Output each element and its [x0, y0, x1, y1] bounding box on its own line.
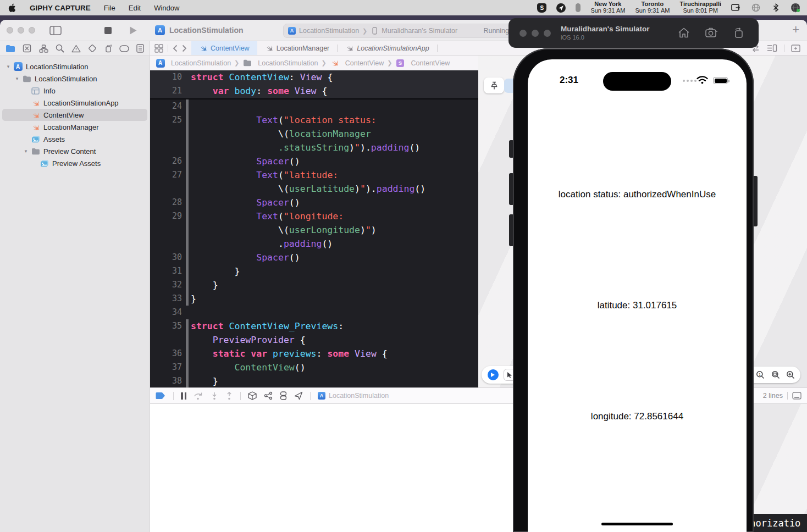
simulator-device[interactable]: 2:31 location status: authorizedWhenInUs… [509, 48, 758, 532]
preview-pin-button[interactable] [484, 77, 504, 93]
sidebar-item-locationstimulation[interactable]: ▾ALocationStimulation [0, 60, 150, 73]
simulate-location-icon[interactable] [294, 391, 303, 400]
test-navigator-icon[interactable] [88, 44, 97, 53]
preview-live-button[interactable] [488, 369, 499, 380]
bottom-bar-toggle-icon[interactable] [792, 392, 802, 400]
world-clock-tiruchirappalli[interactable]: Tiruchirappalli Sun 8:01 PM [679, 1, 721, 14]
sidebar-item-contentview[interactable]: ContentView [0, 109, 150, 121]
disclosure-chevron-icon[interactable]: ▾ [5, 64, 11, 69]
code-line-wrap[interactable]: PreviewProvider { [150, 333, 478, 347]
sidebar-item-locationstimulationapp[interactable]: LocationStimulationApp [0, 97, 150, 109]
menu-edit[interactable]: Edit [129, 4, 141, 12]
code-line-wrap[interactable]: \(userLongitude)") [150, 223, 478, 237]
pause-icon[interactable] [181, 392, 186, 400]
sidebar-item-preview-content[interactable]: ▾Preview Content [0, 145, 150, 157]
network-globe-icon[interactable] [791, 3, 800, 13]
tab-locationmanager[interactable]: LocationManager [257, 41, 338, 55]
debug-console-area[interactable] [150, 404, 514, 532]
report-navigator-icon[interactable] [136, 44, 144, 53]
display-share-icon[interactable] [731, 3, 741, 13]
source-editor[interactable]: 10struct ContentView: View {21 var body:… [150, 70, 478, 387]
scheme-name[interactable]: LocationStimulation [299, 27, 359, 35]
code-line-33[interactable]: 33} [150, 292, 478, 306]
disclosure-chevron-icon[interactable]: ▾ [23, 148, 29, 154]
code-line-31[interactable]: 31 } [150, 264, 478, 278]
find-navigator-icon[interactable] [56, 44, 64, 53]
breadcrumb-item-contentview[interactable]: SContentView [396, 58, 450, 68]
destination-name[interactable]: Muralidharan's Simulator [382, 27, 457, 35]
battery-capsule-icon[interactable] [576, 3, 581, 12]
step-into-icon[interactable] [211, 392, 218, 400]
code-line-35[interactable]: 35struct ContentView_Previews: [150, 319, 478, 333]
bluetooth-icon[interactable] [771, 3, 781, 13]
jump-bar[interactable]: ALocationStimulation❯LocationStimulation… [150, 56, 478, 70]
stop-button[interactable] [104, 27, 112, 34]
code-line-25[interactable]: 25 Text("location status: [150, 113, 478, 127]
minimize-button[interactable] [18, 27, 24, 34]
telegram-icon[interactable] [556, 3, 566, 13]
apple-menu-icon[interactable] [7, 3, 16, 13]
disclosure-chevron-icon[interactable]: ▾ [14, 76, 20, 81]
issue-navigator-icon[interactable] [71, 45, 81, 53]
code-line-27[interactable]: 27 Text("latitude: [150, 168, 478, 182]
menu-window[interactable]: Window [154, 4, 179, 12]
step-out-icon[interactable] [225, 392, 233, 400]
zoom-fit-icon[interactable] [771, 370, 780, 379]
tab-overview-icon[interactable] [154, 44, 163, 53]
code-line-34[interactable]: 34 [150, 306, 478, 319]
code-line-wrap[interactable]: .padding() [150, 237, 478, 251]
code-line-wrap[interactable]: \(locationManager [150, 127, 478, 141]
code-line-37[interactable]: 37 ContentView() [150, 361, 478, 374]
breadcrumb-item-locationstimulation[interactable]: LocationStimulation [242, 58, 318, 68]
code-line-38[interactable]: 38 } [150, 374, 478, 387]
screenshot-camera-icon[interactable] [705, 27, 718, 38]
symbol-navigator-icon[interactable] [39, 45, 48, 53]
debug-navigator-icon[interactable] [104, 44, 112, 53]
view-debugger-icon[interactable] [248, 391, 257, 400]
code-line-wrap[interactable]: \(userLatitude)").padding() [150, 182, 478, 196]
go-back-icon[interactable] [173, 45, 178, 52]
add-editor-icon[interactable] [791, 45, 800, 52]
go-forward-icon[interactable] [182, 45, 187, 52]
tab-locationstimulationapp[interactable]: LocationStimulationApp [338, 41, 436, 55]
code-line-wrap[interactable]: .statusString)").padding() [150, 141, 478, 154]
globe-icon[interactable] [751, 3, 761, 13]
code-line-10[interactable]: 10struct ContentView: View { [150, 70, 478, 84]
memory-graph-icon[interactable] [264, 391, 273, 400]
code-line-32[interactable]: 32 } [150, 278, 478, 292]
breadcrumb-item-locationstimulation[interactable]: ALocationStimulation [156, 58, 231, 68]
breakpoints-toggle-icon[interactable] [156, 392, 166, 400]
close-button[interactable] [7, 27, 13, 34]
source-control-navigator-icon[interactable] [23, 44, 31, 53]
minimize-button[interactable] [532, 30, 539, 37]
shield-s-icon[interactable]: S [537, 3, 546, 13]
run-button[interactable] [129, 26, 137, 35]
code-line-30[interactable]: 30 Spacer() [150, 251, 478, 264]
device-screen[interactable]: 2:31 location status: authorizedWhenInUs… [528, 59, 747, 532]
project-navigator-icon[interactable] [5, 45, 15, 53]
home-icon[interactable] [678, 27, 690, 38]
adjust-editor-options-icon[interactable] [767, 44, 777, 52]
activity-viewer[interactable]: A LocationStimulation ❯ Muralidharan's S… [283, 24, 514, 38]
zoom-in-icon[interactable] [786, 370, 795, 379]
simulator-title-bar[interactable]: Muralidharan's Simulator iOS 16.0 [508, 18, 759, 48]
close-button[interactable] [519, 30, 527, 37]
sidebar-item-locationmanager[interactable]: LocationManager [0, 121, 150, 133]
code-line-29[interactable]: 29 Text("longitude: [150, 209, 478, 223]
code-line-36[interactable]: 36 static var previews: some View { [150, 347, 478, 361]
breadcrumb-item-contentview[interactable]: ContentView [330, 58, 384, 68]
code-line-24[interactable]: 24 [150, 99, 478, 113]
sidebar-item-info[interactable]: Info [0, 85, 150, 97]
menubar-app-name[interactable]: GIPHY CAPTURE [30, 4, 91, 12]
zoom-button[interactable] [29, 27, 35, 34]
sidebar-item-preview-assets[interactable]: Preview Assets [0, 157, 150, 169]
breakpoint-navigator-icon[interactable] [119, 45, 129, 52]
rotate-icon[interactable] [733, 27, 744, 38]
code-line-21[interactable]: 21 var body: some View { [150, 84, 478, 98]
sidebar-item-assets[interactable]: Assets [0, 133, 150, 145]
code-line-28[interactable]: 28 Spacer() [150, 196, 478, 209]
step-over-icon[interactable] [194, 392, 203, 400]
code-line-26[interactable]: 26 Spacer() [150, 154, 478, 168]
world-clock-new-york[interactable]: New York Sun 9:31 AM [590, 1, 625, 14]
add-tab-plus-button[interactable]: + [792, 24, 799, 35]
